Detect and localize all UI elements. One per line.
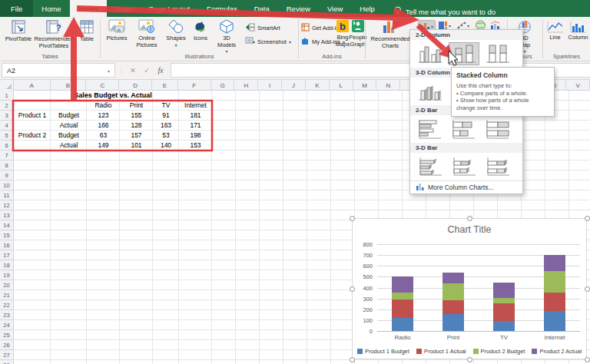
cell-F4[interactable]: 171 [179, 121, 212, 131]
tab-formulas[interactable]: Formulas [198, 0, 246, 17]
row-header-11[interactable]: 11 [0, 190, 14, 200]
row-header-24[interactable]: 24 [0, 320, 14, 330]
chart-selection-handle[interactable] [350, 357, 355, 362]
cell-F2[interactable]: Internet [179, 101, 212, 111]
cell-C5[interactable]: 63 [87, 131, 120, 141]
tab-help[interactable]: Help [351, 0, 383, 17]
cell-A1[interactable]: Sales Budget vs. Actual [14, 91, 212, 101]
row-header-14[interactable]: 14 [0, 220, 14, 230]
cell-D5[interactable]: 157 [120, 131, 153, 141]
row-header-23[interactable]: 23 [0, 310, 14, 320]
chart-selection-handle[interactable] [585, 286, 590, 292]
column-header-G[interactable]: G [211, 80, 235, 91]
cancel-icon[interactable]: ✕ [126, 67, 140, 74]
3d-models-button[interactable]: 3D Models ▾ [213, 19, 240, 54]
cell-E5[interactable]: 53 [153, 131, 179, 141]
insert-function-icon[interactable]: fx [154, 66, 167, 74]
select-all-corner[interactable] [0, 80, 14, 91]
cell-D4[interactable]: 128 [120, 121, 153, 131]
3d-stacked-bar-option[interactable] [449, 155, 479, 178]
recommended-pivottables-button[interactable]: ? Recommended PivotTables [34, 19, 74, 49]
row-header-17[interactable]: 17 [0, 250, 14, 260]
3d-clustered-column-option[interactable] [415, 80, 446, 103]
column-header-I[interactable]: I [258, 80, 282, 91]
people-graph-button[interactable]: People Graph [350, 19, 366, 48]
row-header-10[interactable]: 10 [0, 180, 14, 190]
row-header-16[interactable]: 16 [0, 240, 14, 250]
clustered-bar-option[interactable] [415, 117, 446, 141]
tab-home[interactable]: Home [33, 0, 69, 17]
row-header-22[interactable]: 22 [0, 300, 14, 310]
row-header-26[interactable]: 26 [0, 340, 14, 350]
tab-review[interactable]: Review [278, 0, 319, 17]
stacked-column-option[interactable] [449, 42, 479, 65]
row-header-13[interactable]: 13 [0, 210, 14, 220]
chart-selection-handle[interactable] [467, 216, 472, 221]
row-header-4[interactable]: 4 [0, 121, 14, 131]
column-header-F[interactable]: F [178, 80, 211, 91]
cell-A3[interactable]: Product 1 [14, 111, 51, 121]
cell-F5[interactable]: 198 [179, 131, 212, 141]
cell-B4[interactable]: Actual [51, 121, 87, 131]
row-header-7[interactable]: 7 [0, 151, 14, 160]
tab-data[interactable]: Data [246, 0, 278, 17]
row-header-8[interactable]: 8 [0, 160, 14, 170]
100-stacked-column-option[interactable] [482, 42, 513, 65]
row-header-25[interactable]: 25 [0, 330, 14, 340]
name-box-caret-icon[interactable]: ▾ [108, 68, 110, 74]
column-header-H[interactable]: H [234, 80, 258, 91]
row-header-18[interactable]: 18 [0, 260, 14, 270]
cell-E6[interactable]: 140 [153, 141, 179, 151]
3d-clustered-bar-option[interactable] [415, 155, 446, 178]
sparkline-line-button[interactable]: Line [545, 21, 565, 41]
column-header-B[interactable]: B [51, 80, 87, 91]
cell-E3[interactable]: 91 [153, 111, 179, 121]
shapes-button[interactable]: Shapes ▾ [164, 19, 188, 48]
tab-page-layout[interactable]: Page Layout [141, 0, 198, 17]
cell-C6[interactable]: 149 [87, 141, 120, 151]
chart-selection-handle[interactable] [585, 357, 590, 362]
row-header-12[interactable]: 12 [0, 200, 14, 210]
chart-selection-handle[interactable] [467, 357, 472, 362]
row-header-20[interactable]: 20 [0, 280, 14, 290]
cell-F3[interactable]: 181 [179, 111, 212, 121]
online-pictures-button[interactable]: Online Pictures [132, 19, 161, 48]
embedded-chart[interactable]: Chart Title 0100200300400500600700800Rad… [352, 218, 587, 359]
table-button[interactable]: Table [75, 19, 98, 43]
cell-B3[interactable]: Budget [51, 111, 87, 121]
tab-file[interactable]: File [0, 0, 33, 17]
cell-F6[interactable]: 153 [179, 141, 212, 151]
icons-button[interactable]: Icons [190, 19, 211, 42]
name-box[interactable]: A2 ▾ [2, 63, 115, 78]
cell-D3[interactable]: 155 [120, 111, 153, 121]
smartart-button[interactable]: SmartArt [245, 23, 280, 33]
row-header-1[interactable]: 1 [0, 91, 14, 101]
screenshot-button[interactable]: Screenshot ▾ [245, 37, 291, 47]
row-header-19[interactable]: 19 [0, 270, 14, 280]
enter-icon[interactable]: ✓ [140, 67, 154, 74]
row-header-27[interactable]: 27 [0, 350, 14, 360]
column-header-V[interactable]: V [566, 80, 590, 91]
row-header-28[interactable]: 28 [0, 360, 14, 364]
row-header-6[interactable]: 6 [0, 141, 14, 151]
cell-B5[interactable]: Budget [51, 131, 87, 141]
column-header-M[interactable]: M [353, 80, 377, 91]
pivottable-button[interactable]: PivotTable [3, 19, 34, 43]
column-header-K[interactable]: K [306, 80, 330, 91]
cell-E2[interactable]: TV [153, 101, 179, 111]
tell-me-box[interactable]: Tell me what you want to do [394, 6, 496, 17]
tab-insert[interactable]: Insert [70, 0, 107, 17]
row-header-5[interactable]: 5 [0, 131, 14, 141]
chart-selection-handle[interactable] [585, 216, 590, 221]
tab-view[interactable]: View [319, 0, 351, 17]
chart-selection-handle[interactable] [350, 216, 355, 221]
sparkline-column-button[interactable]: Column [567, 21, 589, 41]
cell-C3[interactable]: 123 [87, 111, 120, 121]
pictures-button[interactable]: Pictures [103, 19, 131, 42]
clustered-column-option[interactable] [415, 42, 446, 65]
recommended-charts-button[interactable]: ? Recommended Charts [367, 19, 413, 49]
stacked-bar-option[interactable] [449, 117, 479, 141]
row-header-15[interactable]: 15 [0, 230, 14, 240]
row-header-2[interactable]: 2 [0, 101, 14, 111]
more-column-charts-item[interactable]: More Column Charts... [410, 180, 522, 194]
